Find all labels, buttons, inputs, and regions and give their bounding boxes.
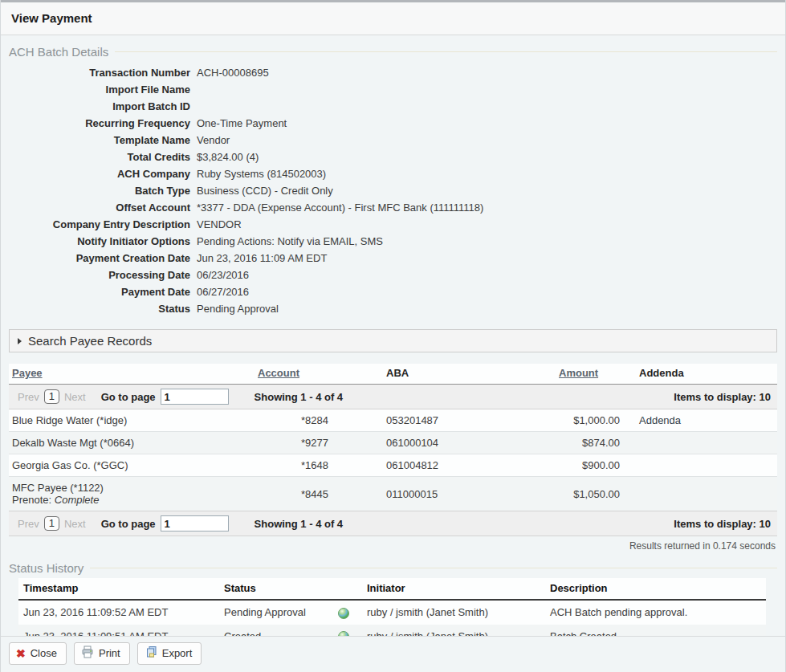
detail-row: Company Entry DescriptionVENDOR bbox=[9, 216, 777, 233]
detail-value: Jun 23, 2016 11:09 AM EDT bbox=[195, 250, 327, 267]
detail-value: Pending Actions: Notify via EMAIL, SMS bbox=[195, 233, 383, 250]
detail-value bbox=[195, 81, 197, 98]
next-page-button[interactable]: Next bbox=[64, 391, 86, 403]
status-history-legend: Status History bbox=[9, 561, 777, 575]
detail-row: Recurring FrequencyOne-Time Payment bbox=[9, 115, 777, 132]
aba-column-header: ABA bbox=[383, 364, 556, 385]
detail-label: Transaction Number bbox=[9, 64, 195, 81]
print-button[interactable]: Print bbox=[74, 642, 130, 665]
status-history-table: Timestamp Status Initiator Description J… bbox=[18, 578, 766, 636]
addenda-column-header: Addenda bbox=[631, 364, 777, 385]
detail-label: Batch Type bbox=[9, 182, 195, 199]
detail-value: Vendor bbox=[195, 132, 230, 149]
detail-value: $3,824.00 (4) bbox=[195, 149, 259, 165]
addenda-cell bbox=[631, 477, 777, 511]
account-cell: *9277 bbox=[246, 432, 383, 454]
addenda-cell bbox=[631, 432, 777, 454]
goto-page-label: Go to page bbox=[101, 391, 156, 403]
detail-label: Payment Date bbox=[9, 283, 195, 300]
detail-label: Recurring Frequency bbox=[9, 115, 195, 132]
prenote-line: Prenote: Complete bbox=[12, 494, 243, 506]
items-to-display-text: Items to display: 10 bbox=[674, 518, 771, 530]
page-number-button[interactable]: 1 bbox=[44, 516, 59, 531]
channel-cell bbox=[333, 600, 362, 625]
detail-row: Payment Creation DateJun 23, 2016 11:09 … bbox=[9, 250, 777, 267]
export-button[interactable]: Export bbox=[137, 642, 202, 665]
payee-sort-link[interactable]: Payee bbox=[12, 367, 43, 379]
description-column-header: Description bbox=[545, 578, 766, 600]
detail-row: Batch TypeBusiness (CCD) - Credit Only bbox=[9, 182, 777, 199]
status-history-section: Status History Timestamp Status Initiato… bbox=[9, 561, 777, 636]
search-payee-records-label: Search Payee Records bbox=[28, 334, 152, 348]
next-page-button[interactable]: Next bbox=[64, 518, 86, 530]
showing-range-text: Showing 1 - 4 of 4 bbox=[255, 391, 344, 403]
detail-row: Processing Date06/23/2016 bbox=[9, 267, 777, 283]
page-number-button[interactable]: 1 bbox=[44, 389, 59, 404]
pagination-bottom: Prev 1 Next Go to page Showing 1 - 4 of … bbox=[9, 511, 777, 536]
detail-label: Template Name bbox=[9, 132, 195, 149]
goto-page-input[interactable] bbox=[161, 515, 229, 531]
detail-label: ACH Company bbox=[9, 165, 195, 182]
detail-value: 06/23/2016 bbox=[195, 267, 249, 283]
aba-cell: 011000015 bbox=[383, 477, 556, 511]
payee-column-header: Payee bbox=[9, 364, 246, 385]
detail-row: StatusPending Approval bbox=[9, 300, 777, 317]
detail-label: Payment Creation Date bbox=[9, 250, 195, 267]
amount-cell: $1,050.00 bbox=[556, 477, 631, 511]
detail-label: Company Entry Description bbox=[9, 216, 195, 233]
addenda-cell: Addenda bbox=[631, 409, 777, 432]
account-column-header: Account bbox=[246, 364, 383, 385]
goto-page-input[interactable] bbox=[161, 389, 229, 405]
status-history-header-row: Timestamp Status Initiator Description bbox=[18, 578, 766, 600]
detail-value bbox=[195, 98, 197, 115]
addenda-cell bbox=[631, 454, 777, 477]
view-payment-page: View Payment ACH Batch Details Transacti… bbox=[0, 0, 786, 672]
title-bar: View Payment bbox=[1, 2, 785, 35]
main-content: ACH Batch Details Transaction NumberACH-… bbox=[1, 35, 785, 636]
close-button[interactable]: ✖ Close bbox=[9, 642, 67, 665]
timestamp-cell: Jun 23, 2016 11:09:51 AM EDT bbox=[18, 625, 219, 636]
payee-cell: Georgia Gas Co. (*GGC) bbox=[9, 454, 246, 477]
printer-icon bbox=[81, 646, 94, 661]
account-cell: *8284 bbox=[246, 409, 383, 432]
detail-value: 06/27/2016 bbox=[195, 283, 249, 300]
batch-details-legend: ACH Batch Details bbox=[9, 45, 777, 59]
detail-label: Total Credits bbox=[9, 149, 195, 165]
aba-cell: 061000104 bbox=[383, 432, 556, 454]
table-row: Dekalb Waste Mgt (*0664) *9277 061000104… bbox=[9, 432, 777, 454]
amount-sort-link[interactable]: Amount bbox=[559, 367, 598, 379]
payee-cell: Blue Ridge Water (*idge) bbox=[9, 409, 246, 432]
status-cell: Pending Approval bbox=[219, 600, 333, 625]
globe-icon bbox=[338, 608, 349, 619]
status-cell: Created bbox=[219, 625, 333, 636]
description-cell: ACH Batch pending approval. bbox=[545, 600, 766, 625]
timestamp-column-header: Timestamp bbox=[18, 578, 219, 600]
initiator-cell: ruby / jsmith (Janet Smith) bbox=[362, 600, 545, 625]
channel-cell bbox=[333, 625, 362, 636]
amount-cell: $900.00 bbox=[556, 454, 631, 477]
amount-cell: $1,000.00 bbox=[556, 409, 631, 432]
detail-row: ACH CompanyRuby Systems (814502003) bbox=[9, 165, 777, 182]
detail-label: Import File Name bbox=[9, 81, 195, 98]
search-payee-records-toggle[interactable]: Search Payee Records bbox=[9, 329, 777, 352]
payee-name: MFC Payee (*1122) bbox=[12, 482, 243, 494]
account-sort-link[interactable]: Account bbox=[258, 367, 299, 379]
pagination-top: Prev 1 Next Go to page Showing 1 - 4 of … bbox=[9, 385, 777, 409]
detail-label: Processing Date bbox=[9, 267, 195, 283]
detail-row: Template NameVendor bbox=[9, 132, 777, 149]
initiator-column-header: Initiator bbox=[362, 578, 545, 600]
detail-value: One-Time Payment bbox=[195, 115, 287, 132]
detail-value: Ruby Systems (814502003) bbox=[195, 165, 326, 182]
detail-row: Import File Name bbox=[9, 81, 777, 98]
table-row: Blue Ridge Water (*idge) *8284 053201487… bbox=[9, 409, 777, 432]
close-x-icon: ✖ bbox=[16, 648, 26, 659]
prev-page-button[interactable]: Prev bbox=[18, 518, 39, 530]
footer-button-bar: ✖ Close Print Export bbox=[1, 636, 785, 672]
payee-cell: Dekalb Waste Mgt (*0664) bbox=[9, 432, 246, 454]
addenda-link[interactable]: Addenda bbox=[639, 414, 681, 426]
detail-row: Total Credits$3,824.00 (4) bbox=[9, 149, 777, 165]
goto-page-label: Go to page bbox=[101, 518, 156, 530]
detail-value: ACH-00008695 bbox=[195, 64, 269, 81]
prev-page-button[interactable]: Prev bbox=[18, 391, 39, 403]
account-cell: *1648 bbox=[246, 454, 383, 477]
